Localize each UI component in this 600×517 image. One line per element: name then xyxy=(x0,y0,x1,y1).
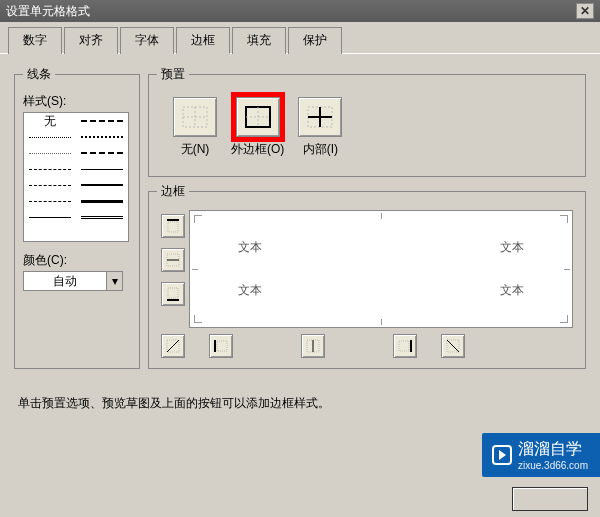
window-title: 设置单元格格式 xyxy=(6,0,90,22)
border-preview[interactable]: 文本 文本 文本 文本 xyxy=(189,210,573,328)
corner-marker xyxy=(560,215,568,223)
border-bottom-button[interactable] xyxy=(161,282,185,306)
tick-marker xyxy=(381,213,382,219)
lines-legend: 线条 xyxy=(23,66,55,83)
line-style-item[interactable] xyxy=(76,145,128,161)
border-vmiddle-icon xyxy=(305,338,321,354)
preset-outline-label: 外边框(O) xyxy=(231,141,284,158)
border-right-icon xyxy=(397,338,413,354)
tick-marker xyxy=(192,269,198,270)
preview-text: 文本 xyxy=(500,239,524,256)
border-diag-down-icon xyxy=(445,338,461,354)
line-style-item[interactable] xyxy=(76,161,128,177)
preset-inside-label: 内部(I) xyxy=(303,141,338,158)
svg-line-24 xyxy=(447,340,459,352)
border-vmiddle-button[interactable] xyxy=(301,334,325,358)
border-hmiddle-button[interactable] xyxy=(161,248,185,272)
preset-none-icon xyxy=(182,106,208,128)
tab-alignment[interactable]: 对齐 xyxy=(64,27,118,54)
chevron-down-icon: ▾ xyxy=(106,272,122,290)
border-group: 边框 xyxy=(148,183,586,369)
style-label: 样式(S): xyxy=(23,93,131,110)
border-left-button[interactable] xyxy=(209,334,233,358)
line-style-none[interactable]: 无 xyxy=(24,113,76,129)
line-style-list[interactable]: 无 xyxy=(23,112,129,242)
line-style-item[interactable] xyxy=(24,145,76,161)
play-icon xyxy=(492,445,512,465)
border-diag-down-button[interactable] xyxy=(441,334,465,358)
border-diag-up-button[interactable] xyxy=(161,334,185,358)
line-style-item[interactable] xyxy=(76,113,128,129)
dialog-button[interactable] xyxy=(512,487,588,511)
tick-marker xyxy=(381,319,382,325)
title-bar: 设置单元格格式 ✕ xyxy=(0,0,600,22)
line-style-item[interactable] xyxy=(24,161,76,177)
border-legend: 边框 xyxy=(157,183,189,200)
line-style-item[interactable] xyxy=(76,129,128,145)
line-style-item[interactable] xyxy=(76,209,128,225)
watermark-url: zixue.3d66.com xyxy=(518,460,588,471)
presets-legend: 预置 xyxy=(157,66,189,83)
watermark: 溜溜自学 zixue.3d66.com xyxy=(482,433,600,477)
lines-group: 线条 样式(S): 无 xyxy=(14,66,140,369)
preset-none-label: 无(N) xyxy=(181,141,210,158)
corner-marker xyxy=(194,315,202,323)
border-left-icon xyxy=(213,338,229,354)
preset-outline-icon xyxy=(245,106,271,128)
border-hmiddle-icon xyxy=(165,252,181,268)
tab-number[interactable]: 数字 xyxy=(8,27,62,54)
tab-protection[interactable]: 保护 xyxy=(288,27,342,54)
border-bottom-icon xyxy=(165,286,181,302)
tab-fill[interactable]: 填充 xyxy=(232,27,286,54)
tab-font[interactable]: 字体 xyxy=(120,27,174,54)
color-label: 颜色(C): xyxy=(23,252,131,269)
svg-rect-18 xyxy=(217,341,227,351)
line-style-item[interactable] xyxy=(76,193,128,209)
preset-inside-button[interactable] xyxy=(298,97,342,137)
close-button[interactable]: ✕ xyxy=(576,3,594,19)
dialog-content: 线条 样式(S): 无 xyxy=(0,54,600,381)
svg-line-16 xyxy=(167,340,179,352)
color-dropdown[interactable]: 自动 ▾ xyxy=(23,271,123,291)
hint-text: 单击预置选项、预览草图及上面的按钮可以添加边框样式。 xyxy=(14,381,600,412)
line-style-item[interactable] xyxy=(24,129,76,145)
preview-text: 文本 xyxy=(500,282,524,299)
border-top-button[interactable] xyxy=(161,214,185,238)
line-style-item[interactable] xyxy=(76,177,128,193)
line-style-item[interactable] xyxy=(24,177,76,193)
tab-border[interactable]: 边框 xyxy=(176,27,230,54)
corner-marker xyxy=(560,315,568,323)
svg-rect-21 xyxy=(399,341,409,351)
line-style-item[interactable] xyxy=(24,193,76,209)
presets-group: 预置 无(N) xyxy=(148,66,586,177)
preset-inside-icon xyxy=(307,106,333,128)
preset-none-button[interactable] xyxy=(173,97,217,137)
preview-text: 文本 xyxy=(238,239,262,256)
svg-rect-10 xyxy=(168,222,178,232)
svg-rect-13 xyxy=(168,288,178,298)
tab-strip: 数字 对齐 字体 边框 填充 保护 xyxy=(0,22,600,54)
border-diag-up-icon xyxy=(165,338,181,354)
color-value: 自动 xyxy=(24,273,106,290)
line-style-item[interactable] xyxy=(24,209,76,225)
preset-outline-button[interactable] xyxy=(236,97,280,137)
border-right-button[interactable] xyxy=(393,334,417,358)
tick-marker xyxy=(564,269,570,270)
corner-marker xyxy=(194,215,202,223)
border-top-icon xyxy=(165,218,181,234)
preview-text: 文本 xyxy=(238,282,262,299)
watermark-brand: 溜溜自学 xyxy=(518,440,582,457)
